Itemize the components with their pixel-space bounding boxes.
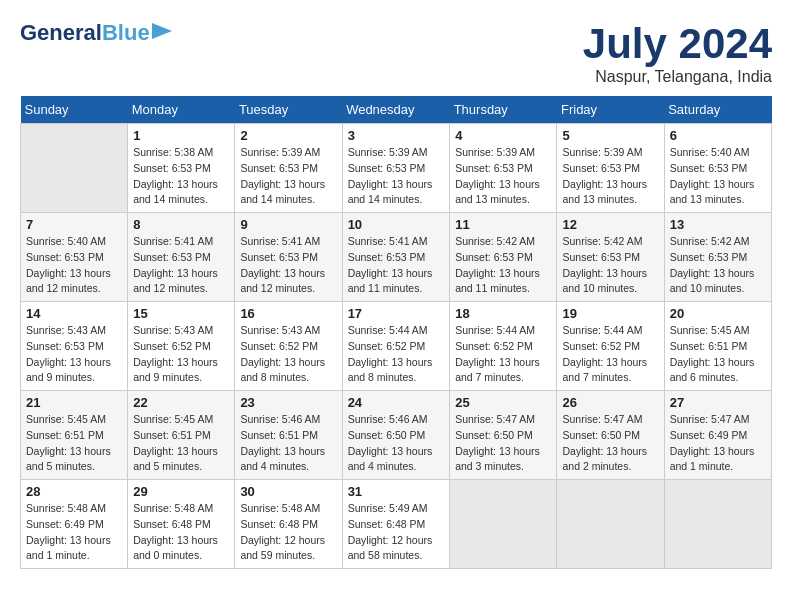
day-info: Sunrise: 5:43 AM Sunset: 6:52 PM Dayligh… bbox=[133, 323, 229, 386]
calendar-cell: 20Sunrise: 5:45 AM Sunset: 6:51 PM Dayli… bbox=[664, 302, 771, 391]
calendar-cell: 8Sunrise: 5:41 AM Sunset: 6:53 PM Daylig… bbox=[128, 213, 235, 302]
calendar-week-row: 7Sunrise: 5:40 AM Sunset: 6:53 PM Daylig… bbox=[21, 213, 772, 302]
day-info: Sunrise: 5:40 AM Sunset: 6:53 PM Dayligh… bbox=[670, 145, 766, 208]
day-info: Sunrise: 5:42 AM Sunset: 6:53 PM Dayligh… bbox=[455, 234, 551, 297]
calendar-cell: 4Sunrise: 5:39 AM Sunset: 6:53 PM Daylig… bbox=[450, 124, 557, 213]
calendar-cell: 21Sunrise: 5:45 AM Sunset: 6:51 PM Dayli… bbox=[21, 391, 128, 480]
column-header-sunday: Sunday bbox=[21, 96, 128, 124]
calendar-cell: 14Sunrise: 5:43 AM Sunset: 6:53 PM Dayli… bbox=[21, 302, 128, 391]
calendar-cell: 27Sunrise: 5:47 AM Sunset: 6:49 PM Dayli… bbox=[664, 391, 771, 480]
day-info: Sunrise: 5:41 AM Sunset: 6:53 PM Dayligh… bbox=[348, 234, 445, 297]
day-info: Sunrise: 5:48 AM Sunset: 6:48 PM Dayligh… bbox=[133, 501, 229, 564]
calendar-cell: 31Sunrise: 5:49 AM Sunset: 6:48 PM Dayli… bbox=[342, 480, 450, 569]
day-number: 22 bbox=[133, 395, 229, 410]
calendar-cell: 17Sunrise: 5:44 AM Sunset: 6:52 PM Dayli… bbox=[342, 302, 450, 391]
day-number: 6 bbox=[670, 128, 766, 143]
calendar-cell bbox=[450, 480, 557, 569]
day-info: Sunrise: 5:38 AM Sunset: 6:53 PM Dayligh… bbox=[133, 145, 229, 208]
day-number: 18 bbox=[455, 306, 551, 321]
day-number: 13 bbox=[670, 217, 766, 232]
day-info: Sunrise: 5:39 AM Sunset: 6:53 PM Dayligh… bbox=[562, 145, 658, 208]
day-number: 27 bbox=[670, 395, 766, 410]
day-number: 12 bbox=[562, 217, 658, 232]
calendar-cell: 7Sunrise: 5:40 AM Sunset: 6:53 PM Daylig… bbox=[21, 213, 128, 302]
title-block: July 2024 Naspur, Telangana, India bbox=[583, 20, 772, 86]
calendar-week-row: 1Sunrise: 5:38 AM Sunset: 6:53 PM Daylig… bbox=[21, 124, 772, 213]
day-info: Sunrise: 5:44 AM Sunset: 6:52 PM Dayligh… bbox=[348, 323, 445, 386]
calendar-cell: 16Sunrise: 5:43 AM Sunset: 6:52 PM Dayli… bbox=[235, 302, 342, 391]
column-header-friday: Friday bbox=[557, 96, 664, 124]
calendar-cell bbox=[557, 480, 664, 569]
month-title: July 2024 bbox=[583, 20, 772, 68]
svg-marker-0 bbox=[152, 23, 172, 39]
calendar-header-row: SundayMondayTuesdayWednesdayThursdayFrid… bbox=[21, 96, 772, 124]
calendar-cell: 24Sunrise: 5:46 AM Sunset: 6:50 PM Dayli… bbox=[342, 391, 450, 480]
day-number: 10 bbox=[348, 217, 445, 232]
day-number: 3 bbox=[348, 128, 445, 143]
day-number: 25 bbox=[455, 395, 551, 410]
day-info: Sunrise: 5:39 AM Sunset: 6:53 PM Dayligh… bbox=[240, 145, 336, 208]
day-number: 30 bbox=[240, 484, 336, 499]
day-number: 7 bbox=[26, 217, 122, 232]
calendar-cell: 29Sunrise: 5:48 AM Sunset: 6:48 PM Dayli… bbox=[128, 480, 235, 569]
calendar-cell: 2Sunrise: 5:39 AM Sunset: 6:53 PM Daylig… bbox=[235, 124, 342, 213]
logo: GeneralBlue bbox=[20, 20, 172, 46]
calendar-cell: 6Sunrise: 5:40 AM Sunset: 6:53 PM Daylig… bbox=[664, 124, 771, 213]
day-info: Sunrise: 5:39 AM Sunset: 6:53 PM Dayligh… bbox=[348, 145, 445, 208]
column-header-thursday: Thursday bbox=[450, 96, 557, 124]
day-number: 11 bbox=[455, 217, 551, 232]
day-info: Sunrise: 5:39 AM Sunset: 6:53 PM Dayligh… bbox=[455, 145, 551, 208]
calendar-cell bbox=[664, 480, 771, 569]
calendar-cell: 13Sunrise: 5:42 AM Sunset: 6:53 PM Dayli… bbox=[664, 213, 771, 302]
day-info: Sunrise: 5:47 AM Sunset: 6:50 PM Dayligh… bbox=[562, 412, 658, 475]
column-header-saturday: Saturday bbox=[664, 96, 771, 124]
day-number: 17 bbox=[348, 306, 445, 321]
calendar-cell: 30Sunrise: 5:48 AM Sunset: 6:48 PM Dayli… bbox=[235, 480, 342, 569]
day-info: Sunrise: 5:43 AM Sunset: 6:53 PM Dayligh… bbox=[26, 323, 122, 386]
calendar-cell: 28Sunrise: 5:48 AM Sunset: 6:49 PM Dayli… bbox=[21, 480, 128, 569]
day-number: 23 bbox=[240, 395, 336, 410]
location: Naspur, Telangana, India bbox=[583, 68, 772, 86]
calendar-body: 1Sunrise: 5:38 AM Sunset: 6:53 PM Daylig… bbox=[21, 124, 772, 569]
day-number: 20 bbox=[670, 306, 766, 321]
day-number: 1 bbox=[133, 128, 229, 143]
day-number: 4 bbox=[455, 128, 551, 143]
day-number: 31 bbox=[348, 484, 445, 499]
day-number: 8 bbox=[133, 217, 229, 232]
day-number: 19 bbox=[562, 306, 658, 321]
day-info: Sunrise: 5:48 AM Sunset: 6:49 PM Dayligh… bbox=[26, 501, 122, 564]
day-info: Sunrise: 5:48 AM Sunset: 6:48 PM Dayligh… bbox=[240, 501, 336, 564]
day-number: 5 bbox=[562, 128, 658, 143]
day-number: 2 bbox=[240, 128, 336, 143]
calendar-week-row: 14Sunrise: 5:43 AM Sunset: 6:53 PM Dayli… bbox=[21, 302, 772, 391]
day-info: Sunrise: 5:43 AM Sunset: 6:52 PM Dayligh… bbox=[240, 323, 336, 386]
day-info: Sunrise: 5:45 AM Sunset: 6:51 PM Dayligh… bbox=[26, 412, 122, 475]
day-number: 9 bbox=[240, 217, 336, 232]
day-info: Sunrise: 5:47 AM Sunset: 6:50 PM Dayligh… bbox=[455, 412, 551, 475]
column-header-tuesday: Tuesday bbox=[235, 96, 342, 124]
day-info: Sunrise: 5:44 AM Sunset: 6:52 PM Dayligh… bbox=[562, 323, 658, 386]
day-number: 15 bbox=[133, 306, 229, 321]
day-number: 24 bbox=[348, 395, 445, 410]
day-number: 28 bbox=[26, 484, 122, 499]
calendar-table: SundayMondayTuesdayWednesdayThursdayFrid… bbox=[20, 96, 772, 569]
day-info: Sunrise: 5:44 AM Sunset: 6:52 PM Dayligh… bbox=[455, 323, 551, 386]
day-info: Sunrise: 5:41 AM Sunset: 6:53 PM Dayligh… bbox=[133, 234, 229, 297]
calendar-cell: 5Sunrise: 5:39 AM Sunset: 6:53 PM Daylig… bbox=[557, 124, 664, 213]
day-info: Sunrise: 5:41 AM Sunset: 6:53 PM Dayligh… bbox=[240, 234, 336, 297]
day-info: Sunrise: 5:40 AM Sunset: 6:53 PM Dayligh… bbox=[26, 234, 122, 297]
calendar-cell: 23Sunrise: 5:46 AM Sunset: 6:51 PM Dayli… bbox=[235, 391, 342, 480]
day-info: Sunrise: 5:49 AM Sunset: 6:48 PM Dayligh… bbox=[348, 501, 445, 564]
calendar-cell: 26Sunrise: 5:47 AM Sunset: 6:50 PM Dayli… bbox=[557, 391, 664, 480]
column-header-monday: Monday bbox=[128, 96, 235, 124]
day-info: Sunrise: 5:42 AM Sunset: 6:53 PM Dayligh… bbox=[562, 234, 658, 297]
day-info: Sunrise: 5:46 AM Sunset: 6:50 PM Dayligh… bbox=[348, 412, 445, 475]
column-header-wednesday: Wednesday bbox=[342, 96, 450, 124]
calendar-cell: 1Sunrise: 5:38 AM Sunset: 6:53 PM Daylig… bbox=[128, 124, 235, 213]
calendar-week-row: 28Sunrise: 5:48 AM Sunset: 6:49 PM Dayli… bbox=[21, 480, 772, 569]
calendar-week-row: 21Sunrise: 5:45 AM Sunset: 6:51 PM Dayli… bbox=[21, 391, 772, 480]
day-info: Sunrise: 5:45 AM Sunset: 6:51 PM Dayligh… bbox=[133, 412, 229, 475]
day-number: 14 bbox=[26, 306, 122, 321]
day-number: 16 bbox=[240, 306, 336, 321]
calendar-cell: 11Sunrise: 5:42 AM Sunset: 6:53 PM Dayli… bbox=[450, 213, 557, 302]
